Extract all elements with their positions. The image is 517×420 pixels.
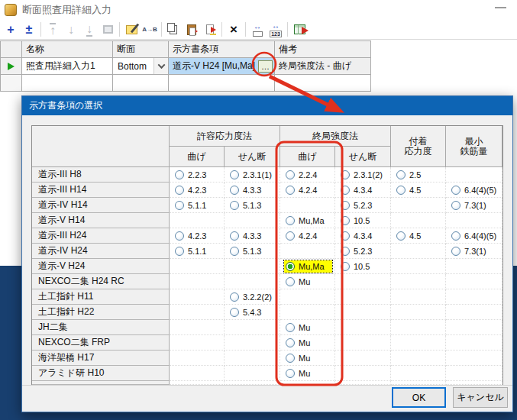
radio-icon[interactable]: [396, 231, 406, 241]
clause-radio-cell[interactable]: Mu: [280, 274, 335, 289]
radio-icon[interactable]: [341, 262, 350, 271]
radio-icon[interactable]: [341, 201, 350, 210]
clause-radio-cell[interactable]: Mu: [280, 320, 335, 335]
radio-icon[interactable]: [451, 247, 460, 256]
name-cell[interactable]: 照査用詳細入力1: [22, 58, 113, 75]
window-titlebar[interactable]: 断面照査用詳細入力: [0, 0, 517, 20]
clause-radio-cell[interactable]: 4.2.3: [170, 228, 225, 244]
clause-radio-cell[interactable]: 2.2.3: [170, 167, 225, 183]
radio-icon[interactable]: [175, 170, 184, 179]
clause-radio-cell[interactable]: 4.2.4: [280, 183, 335, 198]
clause-radio-cell[interactable]: 2.2.4: [280, 167, 335, 183]
radio-icon[interactable]: [396, 170, 406, 179]
clause-radio-cell[interactable]: 4.5: [391, 228, 446, 244]
clause-radio-cell[interactable]: 4.3.3: [225, 228, 280, 244]
paste-insert-button[interactable]: [201, 21, 219, 38]
radio-icon[interactable]: [230, 247, 239, 256]
insert-row-button[interactable]: ±: [20, 21, 38, 38]
add-row-button[interactable]: +: [2, 21, 20, 38]
clause-radio-cell[interactable]: Mu: [280, 335, 335, 351]
copy-button[interactable]: [164, 21, 183, 38]
radio-icon[interactable]: [286, 231, 295, 241]
spec-cell[interactable]: 道示-V H24 [Mu,Ma] …: [169, 58, 275, 75]
radio-icon[interactable]: [341, 216, 350, 225]
clause-radio-cell[interactable]: 4.3.3: [225, 183, 280, 198]
clause-radio-cell[interactable]: 7.3(1): [446, 244, 502, 259]
radio-icon[interactable]: [175, 201, 184, 210]
radio-icon[interactable]: [175, 231, 184, 241]
clause-radio-cell[interactable]: 5.1.1: [170, 198, 225, 213]
radio-icon[interactable]: [286, 216, 295, 225]
radio-icon[interactable]: [451, 186, 460, 195]
radio-icon[interactable]: [286, 323, 295, 332]
clause-radio-cell[interactable]: 5.1.3: [225, 198, 280, 213]
radio-icon[interactable]: [286, 369, 295, 378]
clause-radio-cell[interactable]: Mu,Ma: [280, 259, 335, 274]
clause-radio-cell[interactable]: 4.2.4: [280, 228, 335, 244]
radio-icon[interactable]: [451, 231, 460, 241]
column-width-button[interactable]: ↔: [248, 21, 267, 38]
clause-radio-cell[interactable]: 3.2.2(2): [225, 289, 280, 305]
dialog-titlebar[interactable]: 示方書条項の選択: [22, 96, 512, 115]
empty-cell: [170, 274, 225, 289]
radio-icon[interactable]: [341, 231, 350, 241]
clause-radio-cell[interactable]: 5.4.3: [225, 305, 280, 320]
radio-icon[interactable]: [341, 247, 350, 256]
radio-icon[interactable]: [230, 308, 239, 317]
clause-radio-cell[interactable]: 5.2.3: [335, 244, 391, 259]
cancel-button[interactable]: キャンセル: [453, 387, 508, 408]
dropdown-button[interactable]: [153, 58, 168, 74]
radio-icon[interactable]: [286, 354, 295, 363]
clause-radio-cell[interactable]: 5.2.3: [335, 198, 391, 213]
arrow-up-icon: ↑: [50, 23, 56, 37]
rename-button[interactable]: A→B: [141, 21, 159, 38]
row-selector[interactable]: [1, 58, 22, 75]
radio-icon[interactable]: [230, 201, 239, 210]
clause-radio-cell[interactable]: 4.5: [391, 183, 446, 198]
radio-icon[interactable]: [230, 170, 239, 179]
export-table-button[interactable]: [290, 21, 309, 38]
clause-radio-cell[interactable]: Mu,Ma: [280, 213, 335, 228]
radio-icon[interactable]: [341, 170, 350, 179]
section-combobox[interactable]: Bottom: [113, 58, 169, 75]
clause-radio-cell[interactable]: 4.2.3: [170, 183, 225, 198]
clause-radio-cell[interactable]: 4.3.4: [335, 228, 391, 244]
minimize-button[interactable]: [495, 7, 506, 8]
edit-button[interactable]: [122, 21, 141, 38]
spec-ellipsis-button[interactable]: …: [258, 60, 273, 73]
radio-icon[interactable]: [230, 292, 239, 302]
radio-icon[interactable]: [175, 186, 184, 195]
radio-icon[interactable]: [451, 201, 460, 210]
clause-radio-cell[interactable]: 5.1.1: [170, 244, 225, 259]
clause-radio-cell[interactable]: 2.3.1(2): [335, 167, 391, 183]
paste-button[interactable]: [183, 21, 201, 38]
radio-icon[interactable]: [230, 231, 239, 241]
clause-radio-cell[interactable]: 2.3.1(1): [225, 167, 280, 183]
ok-button[interactable]: OK: [392, 387, 446, 408]
clause-radio-cell[interactable]: 4.3.4: [335, 183, 391, 198]
radio-icon[interactable]: [286, 338, 295, 347]
radio-icon[interactable]: [286, 262, 295, 271]
clause-radio-cell[interactable]: Mu: [280, 351, 335, 366]
chevron-down-icon: [157, 61, 165, 69]
spec-row-label: 道示-V H24: [32, 259, 170, 274]
radio-icon[interactable]: [286, 170, 295, 179]
clause-radio-cell[interactable]: 2.5: [391, 167, 446, 183]
radio-icon[interactable]: [286, 277, 295, 286]
clause-radio-cell[interactable]: 10.5: [335, 213, 391, 228]
clause-radio-cell[interactable]: 6.4(4)(5): [446, 183, 502, 198]
radio-icon[interactable]: [175, 247, 184, 256]
clause-radio-cell[interactable]: 6.4(4)(5): [446, 228, 502, 244]
radio-icon[interactable]: [341, 186, 350, 195]
clause-radio-cell[interactable]: Mu: [280, 366, 335, 381]
radio-icon[interactable]: [230, 186, 239, 195]
selected-clause[interactable]: Mu,Ma: [284, 260, 332, 273]
column-width-numeric-button[interactable]: ↔123: [267, 21, 285, 38]
radio-icon[interactable]: [286, 186, 295, 195]
delete-button[interactable]: ×: [225, 21, 243, 38]
radio-icon[interactable]: [396, 186, 406, 195]
clause-radio-cell[interactable]: 10.5: [335, 259, 391, 274]
clause-radio-cell[interactable]: 7.3(1): [446, 198, 502, 213]
clause-label: 5.2.3: [354, 247, 372, 256]
clause-radio-cell[interactable]: 5.1.3: [225, 244, 280, 259]
